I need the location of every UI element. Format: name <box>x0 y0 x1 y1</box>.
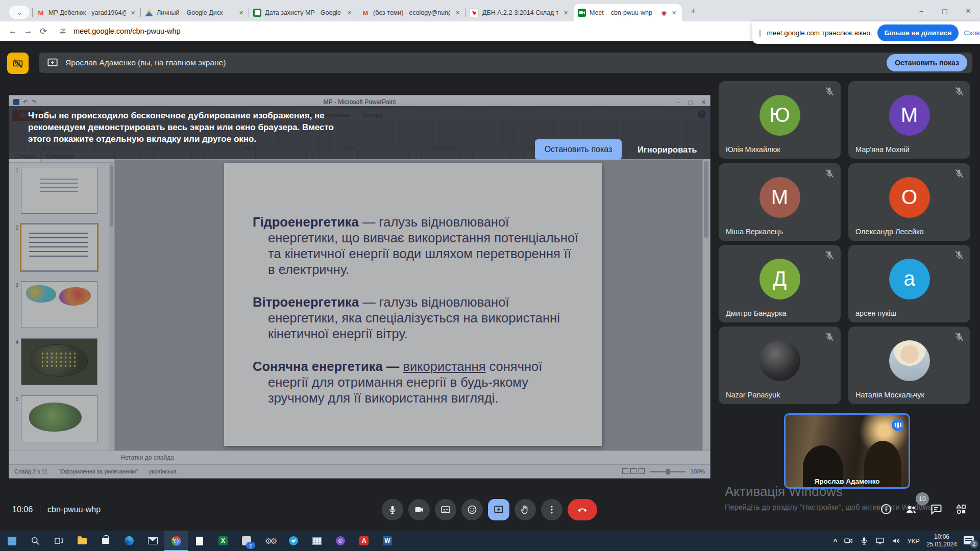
address-bar[interactable]: meet.google.com/cbn-pwuu-whp <box>74 27 181 35</box>
back-button[interactable]: ← <box>5 23 20 39</box>
participant-name: Олександр Лесейко <box>855 228 924 236</box>
avatar-photo <box>889 340 930 381</box>
participant-tile[interactable]: а арсен пукіш <box>848 245 970 322</box>
window-maximize-button[interactable]: ▢ <box>933 0 957 21</box>
warning-ignore-button[interactable]: Игнорировать <box>638 139 697 160</box>
screen-share-notice: ∥ meet.google.com транслює вікно. Більше… <box>752 21 980 44</box>
present-button-active[interactable] <box>488 499 509 520</box>
new-tab-button[interactable]: + <box>686 4 700 18</box>
self-video-tile[interactable]: Ярослав Адаменко <box>784 413 910 489</box>
tab-gmail-2[interactable]: (без теми) - ecology@nung.ed ✕ <box>357 4 465 21</box>
participant-tile[interactable]: Наталія Москальчук <box>848 327 970 404</box>
site-settings-icon[interactable] <box>56 24 69 38</box>
participant-tile[interactable]: М Міша Веркалець <box>719 163 841 241</box>
dbn-icon <box>470 8 479 17</box>
meet-icon <box>578 9 586 17</box>
participant-name: Наталія Москальчук <box>855 391 924 399</box>
participant-tile[interactable]: М Мар'яна Мохній <box>848 81 970 159</box>
start-button[interactable] <box>0 531 23 551</box>
tray-expand-icon[interactable]: ^ <box>834 537 838 545</box>
settings-gears-icon[interactable]: ⚙⚙ <box>258 531 282 551</box>
meeting-details-icon[interactable] <box>880 503 892 515</box>
tab-close-icon[interactable]: ✕ <box>562 10 570 16</box>
volume-icon[interactable] <box>891 536 900 545</box>
meet-warning-text: Чтобы не происходило бесконечное дублиро… <box>28 110 334 145</box>
telegram-icon[interactable] <box>282 531 305 551</box>
activities-icon[interactable] <box>955 503 967 515</box>
forward-button[interactable]: → <box>20 23 36 39</box>
participant-name: Міша Веркалець <box>726 228 783 236</box>
stop-sharing-button[interactable]: Більше не ділитися <box>877 24 959 41</box>
avatar: М <box>889 95 930 136</box>
participant-tile[interactable]: О Олександр Лесейко <box>848 163 970 241</box>
tab-search-button[interactable]: ⌄ <box>9 6 30 19</box>
participant-name: Мар'яна Мохній <box>855 145 910 154</box>
more-options-button[interactable] <box>541 499 562 520</box>
chrome-icon-active[interactable] <box>164 531 188 551</box>
viber-icon[interactable]: ✆ <box>329 531 352 551</box>
tab-gmail-1[interactable]: МР Дебелюк - yarad1964@gm ✕ <box>33 4 141 21</box>
hide-notice-link[interactable]: Сховати <box>964 29 980 37</box>
warning-stop-presenting-button[interactable]: Остановить показ <box>535 139 622 160</box>
search-button[interactable] <box>23 531 47 551</box>
mic-off-icon <box>824 86 835 98</box>
camera-button[interactable] <box>408 499 430 520</box>
people-panel-icon[interactable] <box>905 503 917 515</box>
mic-in-use-icon[interactable] <box>860 536 869 545</box>
drag-handle-icon[interactable]: ∥ <box>758 29 762 37</box>
mic-off-icon <box>824 332 835 344</box>
tab-sheets[interactable]: Дата захисту МР - Google Таб ✕ <box>249 4 357 21</box>
document-app-icon[interactable] <box>188 531 211 551</box>
acrobat-icon[interactable]: A <box>352 531 376 551</box>
tab-drive[interactable]: Личный – Google Диск ✕ <box>141 4 249 21</box>
participant-name: Юлія Михайлюк <box>726 145 780 154</box>
tab-close-icon[interactable]: ✕ <box>129 10 137 16</box>
microsoft-store-icon[interactable] <box>94 531 117 551</box>
avatar: Д <box>760 259 800 299</box>
keyboard-hidden-icon[interactable] <box>7 53 29 74</box>
reactions-button[interactable] <box>461 499 483 520</box>
chat-panel-icon[interactable] <box>930 503 942 515</box>
tab-title: Дата захисту МР - Google Таб <box>265 9 342 16</box>
window-minimize-button[interactable]: – <box>910 0 933 21</box>
participant-tile[interactable]: Ю Юлія Михайлюк <box>719 81 841 159</box>
tab-meet-active[interactable]: Meet – cbn-pwuu-whp ◉ ✕ <box>574 4 682 21</box>
spreadsheet-app-icon[interactable] <box>305 531 329 551</box>
task-view-button[interactable] <box>47 531 70 551</box>
participant-tile[interactable]: Д Дмитро Бандурка <box>719 245 841 322</box>
app-with-notifications-icon[interactable]: 2 <box>235 531 258 551</box>
mail-icon[interactable] <box>141 531 164 551</box>
avatar-photo <box>760 340 800 381</box>
system-tray: ^ УКР 10:06 25.01.2024 2 <box>834 533 980 548</box>
network-icon[interactable] <box>875 536 885 545</box>
window-close-button[interactable]: ✕ <box>957 0 980 21</box>
participant-tile[interactable]: Nazar Panasyuk <box>719 327 841 404</box>
tab-close-icon[interactable]: ✕ <box>237 10 245 16</box>
tab-close-icon[interactable]: ✕ <box>346 10 353 16</box>
mic-off-icon <box>954 332 964 344</box>
excel-icon[interactable]: X <box>211 531 235 551</box>
language-indicator[interactable]: УКР <box>907 537 920 545</box>
file-explorer-icon[interactable] <box>70 531 94 551</box>
reload-button[interactable]: ⟳ <box>36 23 51 39</box>
notice-text: meet.google.com транслює вікно. <box>767 29 872 37</box>
tab-close-icon[interactable]: ✕ <box>670 10 678 16</box>
leave-call-button[interactable] <box>568 499 597 520</box>
word-icon[interactable]: W <box>376 531 399 551</box>
participant-name: Дмитро Бандурка <box>726 309 787 317</box>
stop-presenting-button[interactable]: Остановить показ <box>887 54 967 71</box>
taskbar-clock[interactable]: 10:06 25.01.2024 <box>926 533 957 548</box>
camera-in-use-icon[interactable] <box>844 536 853 545</box>
edge-icon[interactable] <box>117 531 141 551</box>
drive-icon <box>145 9 153 16</box>
notification-center-icon[interactable]: 2 <box>964 535 977 546</box>
mic-button[interactable] <box>382 499 403 520</box>
mic-off-icon <box>954 250 964 262</box>
tab-close-icon[interactable]: ✕ <box>454 10 461 16</box>
gmail-icon <box>361 9 370 17</box>
presenter-label: Ярослав Адаменко (вы, на главном экране) <box>65 58 879 67</box>
raise-hand-button[interactable] <box>514 499 536 520</box>
avatar: Ю <box>760 95 800 136</box>
tab-dbn[interactable]: ДБН А.2.2-3:2014 Склад та зміс ✕ <box>465 4 574 21</box>
captions-button[interactable] <box>435 499 456 520</box>
